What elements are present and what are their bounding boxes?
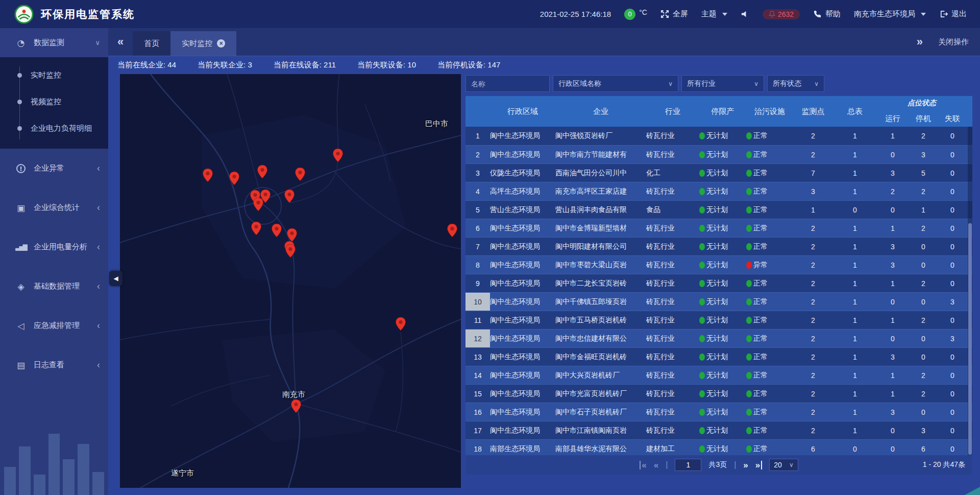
col-header-industry[interactable]: 行业 — [646, 96, 699, 127]
fullscreen-button[interactable]: 全屏 — [660, 9, 688, 19]
sidebar-group[interactable]: ◔ 数据监测 ∨ — [0, 28, 108, 57]
map-marker-icon[interactable] — [285, 244, 296, 258]
last-page-button[interactable]: » — [755, 461, 762, 469]
cell-company[interactable]: 阆中市江南镇阆南页岩 — [555, 421, 646, 439]
map-marker-icon[interactable] — [284, 190, 295, 203]
page-number-input[interactable] — [675, 459, 701, 471]
map-marker-icon[interactable] — [291, 399, 301, 413]
map-marker-icon[interactable] — [257, 165, 267, 179]
table-row[interactable]: 12 阆中生态环境局 阆中市忠信建材有限公 砖瓦行业 无计划 正常 2 1 0 … — [465, 329, 972, 347]
table-row[interactable]: 16 阆中生态环境局 阆中市石子页岩机砖厂 砖瓦行业 无计划 正常 2 1 3 … — [465, 403, 972, 421]
sidebar-group[interactable]: ▤ 日志查看 ‹ — [0, 345, 108, 385]
close-icon[interactable]: × — [217, 39, 225, 48]
notification-badge[interactable]: 2632 — [763, 9, 800, 19]
col-header-limit[interactable]: 停限产 — [699, 96, 746, 127]
cell-company[interactable]: 阆中市石子页岩机砖厂 — [555, 403, 646, 421]
tabs-scroll-left-button[interactable]: « — [108, 35, 133, 49]
name-filter-field[interactable] — [465, 75, 550, 92]
page-size-select[interactable]: 20∨ — [769, 459, 798, 471]
map-marker-icon[interactable] — [203, 169, 213, 182]
sidebar-group[interactable]: ▣ 企业综合统计 ‹ — [0, 188, 108, 227]
cell-company[interactable]: 阆中市南方节能建材有 — [555, 146, 646, 163]
map-marker-icon[interactable] — [396, 317, 406, 331]
table-row[interactable]: 1 阆中生态环境局 阆中强锐页岩砖厂 砖瓦行业 无计划 正常 2 1 1 2 0 — [465, 127, 972, 145]
sidebar-group[interactable]: ! 企业异常 ‹ — [0, 149, 108, 188]
table-row[interactable]: 2 阆中生态环境局 阆中市南方节能建材有 砖瓦行业 无计划 正常 2 1 0 3… — [465, 145, 972, 163]
col-header-stop[interactable]: 停机 — [909, 110, 938, 127]
map-marker-icon[interactable] — [447, 224, 457, 238]
map-marker-icon[interactable] — [333, 149, 343, 162]
table-row[interactable]: 10 阆中生态环境局 阆中千佛镇五郎垭页岩 砖瓦行业 无计划 正常 2 1 0 … — [465, 292, 972, 311]
table-row[interactable]: 18 南部生态环境局 南部县雄华水泥有限公 建材加工 无计划 正常 6 0 0 … — [465, 439, 972, 455]
map-marker-icon[interactable] — [295, 168, 305, 181]
first-page-button[interactable]: « — [640, 461, 646, 469]
table-row[interactable]: 5 营山生态环境局 营山县润丰肉食品有限 食品 无计划 正常 1 0 0 1 0 — [465, 200, 972, 219]
table-row[interactable]: 15 阆中生态环境局 阆中市光富页岩机砖厂 砖瓦行业 无计划 正常 2 1 1 … — [465, 384, 972, 403]
sidebar-group[interactable]: ▃▅▇ 企业用电量分析 ‹ — [0, 227, 108, 267]
col-header-region[interactable]: 行政区域 — [490, 96, 555, 127]
cell-company[interactable]: 阆中明阳建材有限公司 — [555, 238, 646, 255]
table-row[interactable]: 4 高坪生态环境局 南充市高坪区王家店建 砖瓦行业 无计划 正常 3 1 2 2… — [465, 182, 972, 200]
cell-company[interactable]: 阆中市光富页岩机砖厂 — [555, 385, 646, 403]
speaker-muted-icon[interactable] — [741, 10, 749, 18]
table-row[interactable]: 17 阆中生态环境局 阆中市江南镇阆南页岩 砖瓦行业 无计划 正常 2 1 0 … — [465, 421, 972, 439]
col-header-meter[interactable]: 总表 — [833, 96, 877, 127]
cell-company[interactable]: 阆中千佛镇五郎垭页岩 — [555, 293, 646, 311]
col-header-points[interactable]: 监测点 — [793, 96, 833, 127]
cell-company[interactable]: 阆中大兴页岩机砖厂 — [555, 366, 646, 384]
col-header-facility[interactable]: 治污设施 — [746, 96, 793, 127]
cell-company[interactable]: 南部县雄华水泥有限公 — [555, 440, 646, 455]
tab-realtime-monitor[interactable]: 实时监控 × — [170, 31, 236, 56]
table-row[interactable]: 8 阆中生态环境局 阆中市枣碧大梁山页岩 砖瓦行业 无计划 异常 2 1 3 0… — [465, 255, 972, 274]
cell-company[interactable]: 阆中市二龙长宝页岩砖 — [555, 274, 646, 292]
cell-company[interactable]: 阆中强锐页岩砖厂 — [555, 127, 646, 145]
help-button[interactable]: 帮助 — [813, 9, 841, 19]
map-marker-icon[interactable] — [253, 198, 263, 211]
map-marker-icon[interactable] — [251, 222, 261, 235]
sidebar-group[interactable]: ◈ 基础数据管理 ‹ — [0, 267, 108, 306]
cell-company[interactable]: 阆中市金福旺页岩机砖 — [555, 348, 646, 366]
sidebar-collapse-button[interactable]: ◀ — [109, 271, 122, 286]
table-row[interactable]: 6 阆中生态环境局 阆中市金博瑞新型墙材 砖瓦行业 无计划 正常 2 1 1 2… — [465, 219, 972, 237]
sidebar-subitem[interactable]: 实时监控 — [0, 62, 108, 88]
sidebar-subitem[interactable]: 视频监控 — [0, 88, 108, 115]
cell-company[interactable]: 西南油气田分公司川中 — [555, 164, 646, 182]
status-dot-icon — [746, 372, 752, 379]
table-row[interactable]: 3 仪陇生态环境局 西南油气田分公司川中 化工 无计划 正常 7 1 3 5 0 — [465, 163, 972, 182]
col-header-company[interactable]: 企业 — [555, 96, 646, 127]
close-operations-button[interactable]: 关闭操作 — [938, 37, 969, 47]
cell-company[interactable]: 阆中市忠信建材有限公 — [555, 329, 646, 347]
tabs-scroll-right-button[interactable]: » — [917, 35, 923, 49]
map-marker-icon[interactable] — [272, 224, 282, 238]
table-row[interactable]: 7 阆中生态环境局 阆中明阳建材有限公司 砖瓦行业 无计划 正常 2 1 3 0… — [465, 237, 972, 255]
status-filter-select[interactable]: 所有状态∨ — [767, 75, 824, 92]
stat-item: 当前停机设备: 147 — [437, 60, 500, 70]
region-filter-select[interactable]: 行政区域名称∨ — [553, 75, 678, 92]
col-header-run[interactable]: 运行 — [877, 110, 909, 127]
table-scrollbar[interactable] — [968, 127, 972, 455]
next-page-button[interactable]: » — [743, 461, 748, 469]
col-header-lost[interactable]: 失联 — [938, 110, 967, 127]
prev-page-button[interactable]: « — [654, 461, 658, 469]
cell-company[interactable]: 南充市高坪区王家店建 — [555, 182, 646, 200]
tab-home[interactable]: 首页 — [133, 31, 170, 56]
map-panel[interactable]: 巴中市南充市遂宁市 — [120, 74, 461, 488]
scrollbar-thumb[interactable] — [968, 223, 972, 455]
cell-company[interactable]: 阆中市五马桥页岩机砖 — [555, 311, 646, 329]
industry-filter-select[interactable]: 所有行业∨ — [681, 75, 764, 92]
table-row[interactable]: 13 阆中生态环境局 阆中市金福旺页岩机砖 砖瓦行业 无计划 正常 2 1 3 … — [465, 347, 972, 366]
sidebar-group[interactable]: ◁ 应急减排管理 ‹ — [0, 306, 108, 345]
cell-company[interactable]: 营山县润丰肉食品有限 — [555, 201, 646, 219]
logout-button[interactable]: 退出 — [939, 9, 967, 19]
name-filter-input[interactable] — [471, 80, 544, 88]
table-row[interactable]: 14 阆中生态环境局 阆中大兴页岩机砖厂 砖瓦行业 无计划 正常 2 1 1 2… — [465, 366, 972, 384]
cell-company[interactable]: 阆中市金博瑞新型墙材 — [555, 219, 646, 237]
table-row[interactable]: 9 阆中生态环境局 阆中市二龙长宝页岩砖 砖瓦行业 无计划 正常 2 1 1 2… — [465, 274, 972, 292]
map-marker-icon[interactable] — [229, 172, 239, 185]
org-menu[interactable]: 南充市生态环境局 — [854, 9, 926, 19]
table-row[interactable]: 11 阆中生态环境局 阆中市五马桥页岩机砖 砖瓦行业 无计划 正常 2 1 1 … — [465, 311, 972, 329]
cell-company[interactable]: 阆中市枣碧大梁山页岩 — [555, 256, 646, 274]
theme-menu[interactable]: 主题 — [701, 9, 727, 19]
sidebar-subitem[interactable]: 企业电力负荷明细 — [0, 115, 108, 142]
map-marker-icon[interactable] — [287, 228, 297, 242]
